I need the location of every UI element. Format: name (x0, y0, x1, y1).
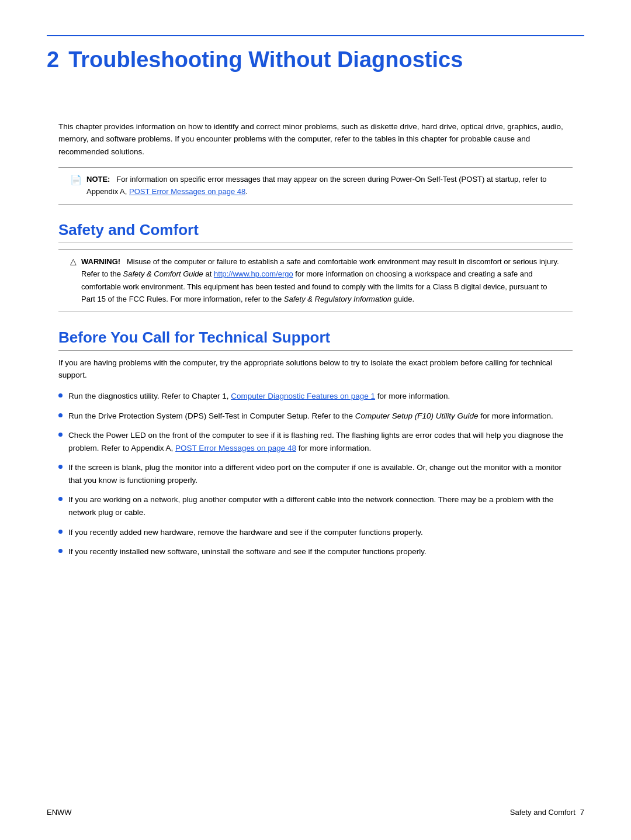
safety-section-title: Safety and Comfort (47, 221, 584, 239)
support-section: Before You Call for Technical Support If… (47, 329, 584, 558)
list-item: If the screen is blank, plug the monitor… (58, 461, 573, 486)
list-item: Check the Power LED on the front of the … (58, 429, 573, 454)
bullet-dot (58, 433, 63, 437)
bullet-dot (58, 413, 63, 417)
intro-paragraph: This chapter provides information on how… (47, 120, 584, 158)
bullet-text-6: If you recently added new hardware, remo… (68, 526, 423, 539)
warning-box: △ WARNING! Misuse of the computer or fai… (58, 249, 573, 312)
list-item: If you recently added new hardware, remo… (58, 526, 573, 539)
safety-divider (58, 243, 573, 243)
bullet-text-5: If you are working on a network, plug an… (68, 493, 573, 518)
bullet-dot (58, 465, 63, 469)
note-label: NOTE: (86, 175, 110, 184)
bullet-dot (58, 497, 63, 501)
support-intro: If you are having problems with the comp… (47, 357, 584, 382)
bullet-dot (58, 530, 63, 534)
list-item: If you recently installed new software, … (58, 545, 573, 558)
page: 2Troubleshooting Without Diagnostics Thi… (0, 0, 631, 840)
footer-section-label: Safety and Comfort (510, 808, 575, 817)
hp-ergo-link[interactable]: http://www.hp.com/ergo (214, 269, 293, 278)
note-icon: 📄 (70, 174, 82, 185)
bullet-text-4: If the screen is blank, plug the monitor… (68, 461, 573, 486)
bullet-text-3: Check the Power LED on the front of the … (68, 429, 573, 454)
note-box: 📄 NOTE: For information on specific erro… (58, 167, 573, 205)
warning-triangle-icon: △ (70, 257, 77, 266)
chapter-number: 2 (47, 47, 59, 72)
safety-section: Safety and Comfort △ WARNING! Misuse of … (47, 221, 584, 312)
computer-diagnostic-features-link[interactable]: Computer Diagnostic Features on page 1 (231, 392, 375, 400)
bullet-text-1: Run the diagnostics utility. Refer to Ch… (68, 390, 450, 403)
chapter-header: 2Troubleshooting Without Diagnostics (47, 35, 584, 74)
list-item: Run the Drive Protection System (DPS) Se… (58, 410, 573, 423)
footer-right: Safety and Comfort 7 (510, 808, 584, 817)
bullet-dot (58, 393, 63, 397)
chapter-title: 2Troubleshooting Without Diagnostics (47, 47, 584, 74)
footer-page-number: 7 (580, 808, 584, 817)
bullet-text-7: If you recently installed new software, … (68, 545, 427, 558)
support-section-title: Before You Call for Technical Support (47, 329, 584, 347)
support-divider (58, 350, 573, 351)
footer-enww: ENWW (47, 808, 72, 817)
page-footer: ENWW Safety and Comfort 7 (47, 808, 584, 817)
post-error-messages-link-2[interactable]: POST Error Messages on page 48 (175, 444, 296, 452)
list-item: If you are working on a network, plug an… (58, 493, 573, 518)
list-item: Run the diagnostics utility. Refer to Ch… (58, 390, 573, 403)
post-error-messages-link-1[interactable]: POST Error Messages on page 48 (129, 187, 245, 196)
note-text: NOTE: For information on specific error … (86, 174, 561, 198)
bullet-text-2: Run the Drive Protection System (DPS) Se… (68, 410, 553, 423)
warning-text: WARNING! Misuse of the computer or failu… (81, 255, 561, 306)
bullet-dot (58, 549, 63, 553)
support-bullet-list: Run the diagnostics utility. Refer to Ch… (58, 390, 573, 558)
